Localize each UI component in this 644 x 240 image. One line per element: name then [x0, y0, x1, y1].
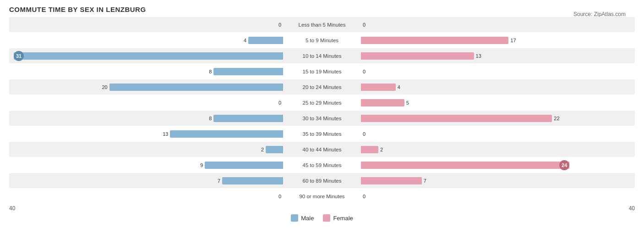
table-row: 5 to 9 Minutes417 [9, 33, 635, 48]
value-male: 4 [244, 38, 246, 43]
bar-male [170, 130, 283, 138]
value-female: 7 [424, 178, 426, 184]
chart-container: COMMUTE TIME BY SEX IN LENZBURG Source: … [0, 0, 644, 240]
row-label: Less than 5 Minutes [283, 22, 361, 28]
value-female: 5 [406, 100, 409, 106]
value-female: 0 [363, 194, 366, 199]
table-row: 90 or more Minutes00 [9, 189, 635, 204]
bar-female [361, 37, 508, 44]
row-label: 25 to 29 Minutes [283, 100, 361, 106]
bar-female [361, 99, 404, 106]
value-female: 0 [363, 131, 366, 137]
row-label: 15 to 19 Minutes [283, 69, 361, 74]
table-row: 10 to 14 Minutes3113 [9, 48, 635, 63]
bar-male [266, 146, 283, 153]
value-female: 2 [380, 147, 383, 152]
row-label: 90 or more Minutes [283, 194, 361, 199]
row-label: 60 to 89 Minutes [283, 178, 361, 184]
bar-female [361, 52, 474, 60]
bar-male [213, 115, 283, 122]
bar-male [109, 84, 283, 91]
table-row: 60 to 89 Minutes77 [9, 173, 635, 188]
bar-female [361, 177, 422, 184]
value-male: 0 [278, 22, 281, 28]
bar-male [248, 37, 283, 44]
bar-male [14, 52, 283, 60]
legend-male-label: Male [301, 215, 314, 222]
value-male: 0 [278, 100, 281, 106]
table-row: 35 to 39 Minutes130 [9, 126, 635, 141]
bar-male [222, 177, 283, 184]
table-row: 45 to 59 Minutes924 [9, 157, 635, 173]
bar-female [361, 84, 396, 91]
value-male: 8 [209, 69, 212, 74]
bar-female [361, 146, 378, 153]
value-male: 13 [163, 131, 168, 137]
rows-wrapper: Less than 5 Minutes005 to 9 Minutes41710… [9, 17, 635, 204]
legend-female: Female [323, 214, 353, 222]
value-female: 22 [554, 116, 559, 121]
row-label: 45 to 59 Minutes [283, 162, 361, 168]
legend-female-label: Female [333, 215, 353, 222]
table-row: 15 to 19 Minutes80 [9, 64, 635, 79]
value-female: 13 [476, 53, 481, 59]
legend-male-box [291, 214, 298, 222]
row-label: 40 to 44 Minutes [283, 147, 361, 152]
source-label: Source: ZipAtlas.com [573, 11, 626, 17]
value-female: 4 [398, 84, 400, 90]
legend: Male Female [9, 214, 635, 222]
value-male: 20 [102, 84, 107, 90]
bar-male [205, 162, 283, 169]
value-female: 17 [510, 38, 516, 43]
axis-left: 40 [9, 205, 15, 212]
row-label: 5 to 9 Minutes [283, 38, 361, 43]
value-female: 24 [559, 160, 569, 170]
table-row: 30 to 34 Minutes822 [9, 111, 635, 126]
value-male: 7 [218, 178, 220, 184]
value-female: 0 [363, 22, 366, 28]
value-female: 0 [363, 69, 366, 74]
bar-female [361, 115, 552, 122]
legend-male: Male [291, 214, 314, 222]
value-male: 8 [209, 116, 212, 121]
table-row: 40 to 44 Minutes22 [9, 142, 635, 157]
value-male: 9 [200, 162, 203, 168]
row-label: 30 to 34 Minutes [283, 116, 361, 121]
bar-female [361, 162, 569, 169]
row-label: 10 to 14 Minutes [283, 53, 361, 59]
table-row: Less than 5 Minutes00 [9, 17, 635, 32]
value-male: 31 [14, 51, 24, 61]
chart-title: COMMUTE TIME BY SEX IN LENZBURG [9, 6, 635, 13]
bar-male [213, 68, 283, 75]
row-label: 20 to 24 Minutes [283, 84, 361, 90]
value-male: 2 [261, 147, 264, 152]
value-male: 0 [278, 194, 281, 199]
legend-female-box [323, 214, 330, 222]
axis-right: 40 [629, 205, 635, 212]
table-row: 25 to 29 Minutes05 [9, 95, 635, 110]
table-row: 20 to 24 Minutes204 [9, 79, 635, 95]
row-label: 35 to 39 Minutes [283, 131, 361, 137]
